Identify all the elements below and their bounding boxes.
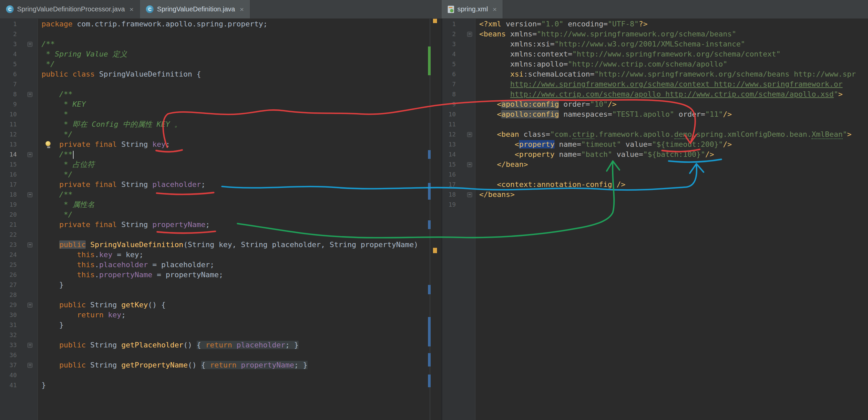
- code-line[interactable]: <?xml version="1.0" encoding="UTF-8"?>: [475, 19, 868, 29]
- code-line[interactable]: [37, 29, 441, 39]
- gutter-fold-area[interactable]: [17, 59, 37, 69]
- gutter-fold-area[interactable]: [456, 109, 475, 119]
- gutter-fold-area[interactable]: [17, 380, 37, 390]
- code-row[interactable]: 28: [0, 290, 441, 300]
- code-row[interactable]: 12 */: [0, 129, 441, 139]
- line-number[interactable]: 7: [0, 79, 17, 89]
- line-number[interactable]: 4: [0, 49, 17, 59]
- line-number[interactable]: 15: [442, 160, 456, 169]
- code-row[interactable]: 1<?xml version="1.0" encoding="UTF-8"?>: [442, 19, 868, 29]
- close-icon[interactable]: ×: [129, 5, 133, 13]
- code-row[interactable]: 10 <apollo:config namespaces="TEST1.apol…: [442, 109, 868, 119]
- code-row[interactable]: 2: [0, 29, 441, 39]
- code-row[interactable]: 7 http://www.springframework.org/schema/…: [442, 79, 868, 89]
- line-number[interactable]: 37: [0, 360, 17, 370]
- code-line[interactable]: this.key = key;: [37, 250, 441, 260]
- code-row[interactable]: 8 /**: [0, 89, 441, 99]
- code-line[interactable]: http://www.ctrip.com/schema/apollo http:…: [475, 89, 868, 99]
- fold-icon[interactable]: [27, 152, 32, 157]
- gutter-fold-area[interactable]: [17, 220, 37, 230]
- code-line[interactable]: [475, 119, 868, 129]
- line-number[interactable]: 30: [0, 310, 17, 320]
- gutter-fold-area[interactable]: [17, 290, 37, 300]
- gutter-fold-area[interactable]: [456, 39, 475, 49]
- gutter-fold-area[interactable]: [456, 59, 475, 69]
- line-number[interactable]: 28: [0, 290, 17, 300]
- change-stripe-mark[interactable]: [428, 317, 431, 347]
- code-line[interactable]: <property name="batch" value="${batch:10…: [475, 150, 868, 160]
- gutter-fold-area[interactable]: [17, 119, 37, 129]
- code-row[interactable]: 21 private final String propertyName;: [0, 220, 441, 230]
- gutter-fold-area[interactable]: [17, 109, 37, 119]
- line-number[interactable]: 18: [442, 190, 456, 200]
- intention-bulb-icon[interactable]: [45, 141, 52, 149]
- code-row[interactable]: 18 /**: [0, 190, 441, 200]
- line-number[interactable]: 32: [0, 330, 17, 340]
- line-number[interactable]: 6: [0, 69, 17, 79]
- gutter-fold-area[interactable]: [456, 49, 475, 59]
- line-number[interactable]: 21: [0, 220, 17, 230]
- line-number[interactable]: 16: [442, 169, 456, 180]
- code-line[interactable]: [475, 200, 868, 210]
- code-row[interactable]: 27 }: [0, 280, 441, 290]
- code-line[interactable]: xmlns:xsi="http://www.w3.org/2001/XMLSch…: [475, 39, 868, 49]
- code-line[interactable]: */: [37, 169, 441, 180]
- close-icon[interactable]: ×: [240, 5, 244, 13]
- gutter-fold-area[interactable]: [17, 19, 37, 29]
- line-number[interactable]: 1: [0, 19, 17, 29]
- close-icon[interactable]: ×: [493, 5, 497, 13]
- gutter-fold-area[interactable]: [17, 260, 37, 270]
- code-row[interactable]: 40: [0, 370, 441, 380]
- code-line[interactable]: public String getKey() {: [37, 300, 441, 310]
- gutter-fold-area[interactable]: [17, 250, 37, 260]
- gutter-fold-area[interactable]: [456, 79, 475, 89]
- code-row[interactable]: 18</beans>: [442, 190, 868, 200]
- code-line[interactable]: [37, 79, 441, 89]
- line-number[interactable]: 6: [442, 69, 456, 79]
- gutter-fold-area[interactable]: [456, 29, 475, 39]
- code-row[interactable]: 7: [0, 79, 441, 89]
- code-row[interactable]: 33 public String getPlaceholder() { retu…: [0, 340, 441, 350]
- code-row[interactable]: 25 this.placeholder = placeholder;: [0, 260, 441, 270]
- code-row[interactable]: 16 */: [0, 169, 441, 180]
- gutter-fold-area[interactable]: [17, 280, 37, 290]
- line-number[interactable]: 3: [0, 39, 17, 49]
- code-row[interactable]: 11: [442, 119, 868, 129]
- code-row[interactable]: 15 * 占位符: [0, 160, 441, 169]
- code-line[interactable]: }: [37, 280, 441, 290]
- line-number[interactable]: 4: [442, 49, 456, 59]
- code-row[interactable]: 4 xmlns:context="http://www.springframew…: [442, 49, 868, 59]
- code-row[interactable]: 11 * 即在 Config 中的属性 KEY 。: [0, 119, 441, 129]
- tab-spring-xml[interactable]: spring.xml ×: [442, 0, 503, 19]
- code-line[interactable]: * 即在 Config 中的属性 KEY 。: [37, 119, 441, 129]
- line-number[interactable]: 13: [0, 139, 17, 150]
- gutter-fold-area[interactable]: [456, 69, 475, 79]
- gutter-fold-area[interactable]: [456, 180, 475, 190]
- code-row[interactable]: 13 private final String key;: [0, 139, 441, 150]
- line-number[interactable]: 19: [0, 200, 17, 210]
- code-row[interactable]: 1package com.ctrip.framework.apollo.spri…: [0, 19, 441, 29]
- code-line[interactable]: this.placeholder = placeholder;: [37, 260, 441, 270]
- error-stripe-mark[interactable]: [433, 248, 437, 253]
- line-number[interactable]: 11: [442, 119, 456, 129]
- gutter-fold-area[interactable]: [17, 160, 37, 169]
- code-row[interactable]: 36: [0, 350, 441, 360]
- gutter-fold-area[interactable]: [456, 190, 475, 200]
- code-row[interactable]: 22: [0, 230, 441, 240]
- change-stripe-mark[interactable]: [428, 353, 431, 366]
- fold-icon[interactable]: [27, 92, 32, 97]
- gutter-fold-area[interactable]: [456, 129, 475, 139]
- fold-icon[interactable]: [467, 162, 472, 167]
- code-line[interactable]: <bean class="com.ctrip.framework.apollo.…: [475, 129, 868, 139]
- code-row[interactable]: 3 xmlns:xsi="http://www.w3.org/2001/XMLS…: [442, 39, 868, 49]
- code-row[interactable]: 26 this.propertyName = propertyName;: [0, 270, 441, 280]
- line-number[interactable]: 17: [442, 180, 456, 190]
- code-line[interactable]: xmlns:context="http://www.springframewor…: [475, 49, 868, 59]
- line-number[interactable]: 1: [442, 19, 456, 29]
- line-number[interactable]: 11: [0, 119, 17, 129]
- code-line[interactable]: [37, 370, 441, 380]
- line-number[interactable]: 8: [442, 89, 456, 99]
- gutter-fold-area[interactable]: [17, 150, 37, 160]
- gutter-fold-area[interactable]: [17, 169, 37, 180]
- code-row[interactable]: 30 return key;: [0, 310, 441, 320]
